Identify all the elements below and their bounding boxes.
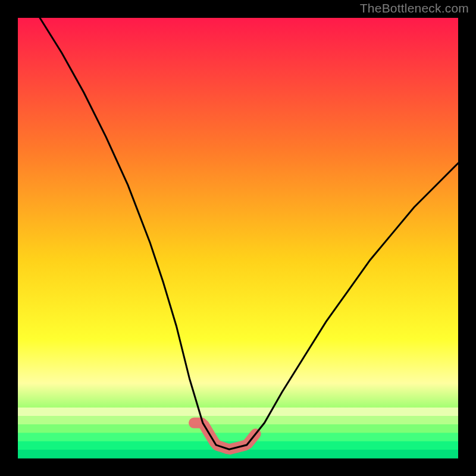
svg-rect-0 [18,408,458,416]
svg-rect-2 [18,424,458,433]
plot-area [18,18,458,458]
svg-rect-1 [18,416,458,425]
watermark-text: TheBottleneck.com [360,1,469,15]
svg-rect-3 [18,433,458,441]
bottleneck-chart [0,0,476,476]
